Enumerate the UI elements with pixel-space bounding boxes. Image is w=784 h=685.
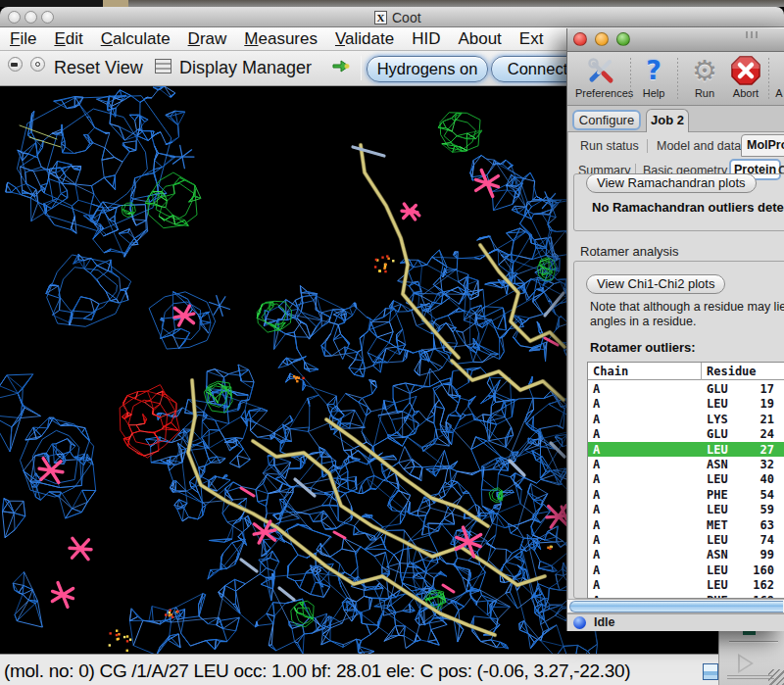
disc-dot-icon[interactable] <box>30 57 45 72</box>
col-header-residue[interactable]: Residue <box>707 365 757 378</box>
dialog-tabstrip: Configure Job 2 <box>567 106 784 132</box>
display-manager-icon[interactable] <box>155 59 172 73</box>
view-chi1-chi2-plots-button[interactable]: View Chi1-Chi2 plots <box>586 274 725 294</box>
dialog-zoom-button[interactable] <box>616 32 630 46</box>
dialog-statusbar: Idle <box>567 613 784 630</box>
partial-toolbar-item[interactable]: A <box>769 55 784 99</box>
table-row[interactable]: ALEU162 <box>588 577 784 592</box>
table-row[interactable]: AGLU24 <box>588 426 784 441</box>
display-manager-button[interactable]: Display Manager <box>179 58 312 78</box>
corner-tick <box>743 631 756 635</box>
x11-icon: X <box>374 11 387 24</box>
table-row[interactable]: ALEU27 <box>588 442 784 457</box>
menu-hid[interactable]: HID <box>412 29 440 49</box>
table-row[interactable]: ALEU59 <box>588 502 784 516</box>
rotamer-note-line2: angles in a residue. <box>590 315 696 328</box>
table-row[interactable]: ALEU19 <box>588 396 784 411</box>
status-sphere-icon <box>573 616 586 629</box>
resize-grip-icon[interactable] <box>768 669 784 685</box>
corner-panel <box>718 631 784 685</box>
menu-calculate[interactable]: Calculate <box>101 29 171 49</box>
table-row[interactable]: AASN32 <box>588 457 784 471</box>
tab-molprobity[interactable]: MolProbit <box>741 134 784 157</box>
table-row[interactable]: APHE54 <box>588 487 784 502</box>
main-statusbar: (mol. no: 0) CG /1/A/27 LEU occ: 1.00 bf… <box>0 654 784 685</box>
zoom-button[interactable] <box>41 11 54 24</box>
dialog-close-button[interactable] <box>573 32 587 46</box>
disc-left-icon[interactable] <box>8 57 23 72</box>
dialog-grip-dots <box>746 31 760 38</box>
corner-slider-line[interactable] <box>729 641 778 643</box>
dialog-minimize-button[interactable] <box>595 32 609 46</box>
run-gear-icon: ⚙ <box>689 55 720 86</box>
validation-dialog: Preferences ? Help ⚙ Run <box>566 28 784 631</box>
window-title-wrap: X Coot <box>374 10 421 25</box>
table-row[interactable]: ALEU160 <box>588 563 784 577</box>
horizontal-scrollbar[interactable] <box>567 599 784 613</box>
tab-configure[interactable]: Configure <box>572 110 641 130</box>
preferences-button[interactable]: Preferences <box>575 55 626 99</box>
desktop-edge-tan <box>103 0 128 7</box>
play-icon[interactable] <box>738 654 754 673</box>
minimize-button[interactable] <box>24 11 37 24</box>
dialog-titlebar[interactable] <box>567 28 784 52</box>
col-header-chain[interactable]: Chain <box>593 365 628 378</box>
menu-measures[interactable]: Measures <box>244 29 318 49</box>
hydrogens-on-button[interactable]: Hydrogens on <box>367 56 488 82</box>
table-row[interactable]: ALEU40 <box>588 471 784 486</box>
main-titlebar[interactable]: X Coot <box>0 7 784 27</box>
table-row[interactable]: ALEU74 <box>588 532 784 547</box>
table-row[interactable]: AMET63 <box>588 517 784 532</box>
table-row[interactable]: AASN99 <box>588 547 784 562</box>
menu-draw[interactable]: Draw <box>188 29 227 49</box>
go-jump-icon[interactable] <box>331 60 351 73</box>
tab-job2[interactable]: Job 2 <box>646 109 689 132</box>
dialog-status-label: Idle <box>594 615 615 629</box>
menu-validate[interactable]: Validate <box>335 29 394 49</box>
rotamer-analysis-label: Rotamer analysis <box>580 244 678 259</box>
table-header[interactable]: Chain Residue <box>588 363 784 380</box>
abort-octagon-icon <box>730 55 761 86</box>
preferences-tools-icon <box>585 55 616 86</box>
help-question-icon: ? <box>638 55 669 86</box>
table-row[interactable]: AGLU17 <box>588 381 784 396</box>
rotamer-outliers-label: Rotamer outliers: <box>590 340 696 355</box>
reset-view-button[interactable]: Reset View <box>54 58 143 78</box>
desktop-edge-dark <box>0 0 103 7</box>
help-button[interactable]: ? Help <box>628 55 679 99</box>
desktop-edge <box>0 0 784 7</box>
tab-run-status[interactable]: Run status <box>580 139 639 153</box>
dialog-content: Run status Model and data MolProbit Summ… <box>567 132 784 599</box>
menu-about[interactable]: About <box>458 29 501 49</box>
corner-lines <box>727 675 774 676</box>
table-row[interactable]: ALYS21 <box>588 412 784 426</box>
abort-button[interactable]: Abort <box>720 55 771 99</box>
view-ramachandran-plots-button[interactable]: View Ramachandran plots <box>586 173 757 193</box>
status-text: (mol. no: 0) CG /1/A/27 LEU occ: 1.00 bf… <box>4 661 630 682</box>
ramachandran-status: No Ramachandran outliers detecte <box>592 200 784 215</box>
toolbar-separator <box>361 56 362 80</box>
window-title: Coot <box>392 10 421 25</box>
tab-model-and-data[interactable]: Model and data <box>657 139 741 153</box>
progress-chunk <box>703 663 718 680</box>
rotamer-note-line1: Note that although a residue may lie <box>590 300 784 314</box>
close-button[interactable] <box>8 11 21 24</box>
dialog-toolbar: Preferences ? Help ⚙ Run <box>567 52 784 106</box>
menu-file[interactable]: File <box>10 29 36 49</box>
rotamer-outliers-table[interactable]: Chain Residue AGLU17ALEU19ALYS21AGLU24AL… <box>587 362 784 599</box>
menu-ext[interactable]: Ext <box>519 29 544 49</box>
menu-edit[interactable]: Edit <box>54 29 82 49</box>
scrollbar-thumb[interactable] <box>569 601 783 612</box>
